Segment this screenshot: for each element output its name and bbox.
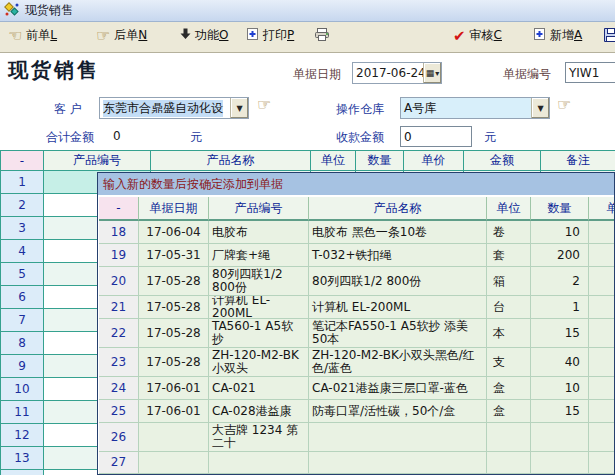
print-button[interactable]: 打印P (246, 27, 294, 44)
printer-button[interactable] (314, 27, 330, 45)
row-number-cell[interactable]: 6 (1, 286, 44, 309)
popup-cell-no: 23 (99, 348, 139, 377)
row-number-cell[interactable] (1, 470, 44, 475)
row-number-cell[interactable]: 13 (1, 447, 44, 470)
popup-grid-header-cell: 单据日期 (139, 197, 209, 221)
row-number-cell[interactable]: 11 (1, 401, 44, 424)
main-grid-header-cell: 产品编号 (44, 151, 151, 171)
hand-right-icon: ☞ (96, 29, 110, 43)
row-number-cell[interactable]: 8 (1, 332, 44, 355)
calendar-dropdown-button[interactable]: ▦▾ (423, 63, 441, 83)
audit-button[interactable]: ✔ 审核C (453, 27, 502, 44)
row-number-cell[interactable]: 9 (1, 355, 44, 378)
popup-cell-price (589, 296, 615, 319)
popup-cell-no: 19 (99, 244, 139, 267)
popup-cell-no: 22 (99, 319, 139, 348)
popup-row[interactable]: 2317-05-28ZH-120-M2-BK小双头ZH-120-M2-BK小双头… (99, 348, 615, 377)
save-button[interactable] (603, 27, 615, 46)
app-window: 现货销售 ☜ 前单L ☞ 后单N 功能O 打印P (0, 0, 615, 475)
window-title: 现货销售 (25, 2, 73, 19)
printer-icon (314, 27, 330, 45)
receipt-amount-input[interactable] (400, 126, 472, 147)
popup-row[interactable]: 26大吉牌 1234 第二十 (99, 423, 615, 452)
warehouse-browse-icon[interactable]: ☞ (557, 98, 571, 112)
popup-cell-no: 18 (99, 221, 139, 244)
doc-date-picker[interactable]: 2017-06-24 ▦▾ (352, 62, 442, 84)
popup-cell-date: 17-06-01 (139, 377, 209, 400)
popup-cell-name: ZH-120-M2-BK小双头黑色/红色/蓝色 (309, 348, 487, 377)
row-number-cell[interactable]: 10 (1, 378, 44, 401)
popup-cell-name: 80列四联1/2 800份 (309, 267, 487, 296)
popup-cell-price (589, 221, 615, 244)
customer-combo[interactable]: 东莞市合鼎盛自动化设 ▼ (99, 97, 249, 119)
popup-grid-header-cell: 产品编号 (209, 197, 309, 221)
new-page-icon (533, 27, 546, 44)
popup-cell-unit: 台 (487, 296, 531, 319)
popup-row[interactable]: 1817-06-04电胶布电胶布 黑色一条10卷卷10 (99, 221, 615, 244)
popup-cell-unit (487, 423, 531, 452)
popup-cell-name (309, 423, 487, 452)
row-number-cell[interactable]: 12 (1, 424, 44, 447)
popup-cell-code: 计算机 EL-200ML (209, 296, 309, 319)
functions-button[interactable]: 功能O (180, 27, 228, 44)
hint-bar: 输入新的数量后按确定添加到单据 (98, 173, 614, 195)
add-button[interactable]: 新增A (533, 27, 582, 44)
app-icon (4, 2, 20, 20)
popup-cell-unit: 箱 (487, 267, 531, 296)
warehouse-value: A号库 (404, 100, 436, 117)
popup-grid-header-cell: - (99, 197, 139, 221)
popup-cell-qty: 1 (531, 296, 589, 319)
main-grid-header-cell: - (1, 151, 44, 171)
popup-cell-unit: 支 (487, 348, 531, 377)
popup-row[interactable]: 2017-05-2880列四联1/2 800份80列四联1/2 800份箱2 (99, 267, 615, 296)
customer-value: 东莞市合鼎盛自动化设 (103, 100, 223, 117)
main-grid-header-cell: 金额 (464, 151, 541, 171)
popup-cell-date: 17-05-28 (139, 267, 209, 296)
popup-row[interactable]: 2517-06-01CA-028港益康防毒口罩/活性碳，50个/盒盒15 (99, 400, 615, 423)
warehouse-combo[interactable]: A号库 ▼ (400, 97, 550, 119)
popup-cell-price (589, 267, 615, 296)
popup-row[interactable]: 2417-06-01CA-021CA-021港益康三层口罩-蓝色盒10 (99, 377, 615, 400)
popup-cell-date (139, 452, 209, 474)
popup-cell-price (589, 452, 615, 474)
next-doc-button[interactable]: ☞ 后单N (96, 27, 147, 44)
popup-cell-code: CA-021 (209, 377, 309, 400)
popup-cell-name: 计算机 EL-200ML (309, 296, 487, 319)
doc-header-form: 现货销售 单据日期 2017-06-24 ▦▾ 单据编号 YIW1 客 户 东莞… (0, 53, 615, 150)
receipt-amount-label: 收款金额 (336, 129, 384, 146)
prev-doc-button[interactable]: ☜ 前单L (8, 27, 57, 44)
doc-no-field[interactable]: YIW1 (565, 62, 615, 83)
hand-left-icon: ☜ (8, 29, 22, 43)
row-number-cell[interactable]: 1 (1, 171, 44, 194)
popup-cell-date: 17-05-31 (139, 244, 209, 267)
popup-cell-unit (487, 452, 531, 474)
popup-cell-unit: 盒 (487, 400, 531, 423)
popup-cell-qty (531, 452, 589, 474)
popup-cell-name: 电胶布 黑色一条10卷 (309, 221, 487, 244)
row-number-cell[interactable]: 2 (1, 194, 44, 217)
row-number-cell[interactable]: 7 (1, 309, 44, 332)
row-number-cell[interactable]: 4 (1, 240, 44, 263)
doc-no-label: 单据编号 (503, 66, 551, 83)
popup-row[interactable]: 27 (99, 452, 615, 474)
popup-grid-header-cell: 单价 (589, 197, 615, 221)
chevron-down-icon[interactable]: ▼ (230, 98, 248, 118)
product-history-popup: 输入新的数量后按确定添加到单据 -单据日期产品编号产品名称单位数量单价 1817… (97, 172, 615, 475)
popup-cell-name: 防毒口罩/活性碳，50个/盒 (309, 400, 487, 423)
popup-row[interactable]: 2217-05-28TA560-1 A5软抄笔记本FA550-1 A5软抄 添美… (99, 319, 615, 348)
popup-cell-name (309, 452, 487, 474)
row-number-cell[interactable]: 3 (1, 217, 44, 240)
popup-row[interactable]: 1917-05-31厂牌套+绳T-032+铁扣绳套200 (99, 244, 615, 267)
doc-no-value: YIW1 (569, 66, 599, 80)
row-number-cell[interactable]: 5 (1, 263, 44, 286)
popup-cell-unit: 卷 (487, 221, 531, 244)
customer-browse-icon[interactable]: ☞ (257, 98, 271, 112)
new-page-icon (246, 27, 259, 44)
popup-cell-no: 27 (99, 452, 139, 474)
popup-cell-name: 笔记本FA550-1 A5软抄 添美 50本 (309, 319, 487, 348)
chevron-down-icon[interactable]: ▼ (531, 98, 549, 118)
popup-cell-qty: 15 (531, 400, 589, 423)
popup-cell-price (589, 319, 615, 348)
popup-cell-no: 26 (99, 423, 139, 452)
popup-row[interactable]: 2117-05-28计算机 EL-200ML计算机 EL-200ML台1 (99, 296, 615, 319)
